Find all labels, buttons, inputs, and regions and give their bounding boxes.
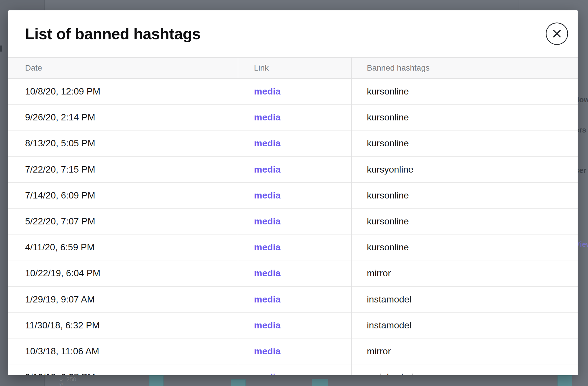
hashtag-cell: instamodel	[367, 287, 411, 312]
media-link[interactable]: media	[254, 346, 280, 357]
table-header-row: Date Link Banned hashtags	[8, 57, 578, 79]
hashtag-cell: instamodel	[367, 313, 411, 338]
date-cell: 7/22/20, 7:15 PM	[25, 157, 95, 182]
media-link[interactable]: media	[254, 294, 280, 305]
table-row: 10/8/20, 12:09 PM media kursonline	[8, 79, 578, 105]
date-cell: 7/14/20, 6:09 PM	[25, 183, 95, 208]
background-chart-bar	[231, 379, 246, 386]
column-header-banned-hashtags: Banned hashtags	[367, 58, 430, 78]
table-row: 9/26/20, 2:14 PM media kursonline	[8, 105, 578, 130]
background-chart-fragment: es c 250	[0, 375, 588, 386]
background-text-fragment	[0, 46, 2, 52]
table-row: 7/22/20, 7:15 PM media kursyonline	[8, 157, 578, 183]
close-icon	[545, 42, 568, 46]
background-chart-bar	[557, 375, 572, 386]
date-cell: 4/11/20, 6:59 PM	[25, 234, 94, 260]
date-cell: 8/13/20, 5:05 PM	[25, 130, 95, 156]
table-row: 5/22/20, 7:07 PM media kursonline	[8, 209, 578, 234]
media-link[interactable]: media	[254, 268, 280, 279]
column-header-link: Link	[254, 58, 269, 78]
table-body: 10/8/20, 12:09 PM media kursonline 9/26/…	[8, 79, 578, 375]
hashtag-cell: mirror	[367, 260, 391, 286]
date-cell: 9/19/18, 6:37 PM	[25, 364, 95, 375]
hashtag-cell: kursonline	[367, 183, 409, 208]
date-cell: 5/22/20, 7:07 PM	[25, 209, 95, 234]
hashtag-cell: majakuchnia	[367, 364, 419, 375]
date-cell: 1/29/19, 9:07 AM	[25, 287, 95, 312]
banned-hashtags-modal: List of banned hashtags Date Link Banned…	[8, 10, 578, 375]
media-link[interactable]: media	[254, 216, 280, 227]
hashtag-cell: kursonline	[367, 105, 409, 130]
table-row: 4/11/20, 6:59 PM media kursonline	[8, 234, 578, 260]
hashtag-cell: kursonline	[367, 130, 409, 156]
modal-title: List of banned hashtags	[25, 25, 201, 43]
modal-header: List of banned hashtags	[8, 10, 578, 57]
background-chart-gridline	[582, 375, 582, 386]
background-chart-bar	[149, 375, 164, 386]
date-cell: 10/22/19, 6:04 PM	[25, 260, 100, 286]
media-link[interactable]: media	[254, 372, 280, 375]
media-link[interactable]: media	[254, 138, 280, 149]
date-cell: 11/30/18, 6:32 PM	[25, 313, 100, 338]
column-divider	[351, 57, 352, 375]
background-panel-divider	[519, 0, 519, 10]
media-link[interactable]: media	[254, 242, 280, 253]
table-row: 9/19/18, 6:37 PM media majakuchnia	[8, 364, 578, 375]
hashtag-cell: kursyonline	[367, 157, 414, 182]
media-link[interactable]: media	[254, 320, 280, 331]
background-chart-tick-label: 250	[66, 376, 76, 383]
hashtag-cell: kursonline	[367, 234, 409, 260]
column-divider	[238, 57, 238, 375]
table-row: 11/30/18, 6:32 PM media instamodel	[8, 313, 578, 338]
background-chart-bar	[312, 379, 328, 386]
table-row: 10/3/18, 11:06 AM media mirror	[8, 338, 578, 364]
media-link[interactable]: media	[254, 112, 280, 123]
close-button[interactable]	[545, 22, 568, 45]
background-chart-axis-label: es c	[58, 378, 64, 386]
table-row: 8/13/20, 5:05 PM media kursonline	[8, 130, 578, 156]
date-cell: 10/3/18, 11:06 AM	[25, 338, 99, 364]
date-cell: 10/8/20, 12:09 PM	[25, 79, 100, 104]
column-header-date: Date	[25, 58, 42, 78]
table-row: 7/14/20, 6:09 PM media kursonline	[8, 183, 578, 209]
hashtag-cell: kursonline	[367, 79, 409, 104]
media-link[interactable]: media	[254, 190, 280, 201]
hashtag-cell: kursonline	[367, 209, 409, 234]
table-row: 1/29/19, 9:07 AM media instamodel	[8, 287, 578, 313]
media-link[interactable]: media	[254, 86, 280, 97]
table-row: 10/22/19, 6:04 PM media mirror	[8, 260, 578, 286]
hashtag-cell: mirror	[367, 338, 391, 364]
media-link[interactable]: media	[254, 164, 280, 175]
date-cell: 9/26/20, 2:14 PM	[25, 105, 95, 130]
